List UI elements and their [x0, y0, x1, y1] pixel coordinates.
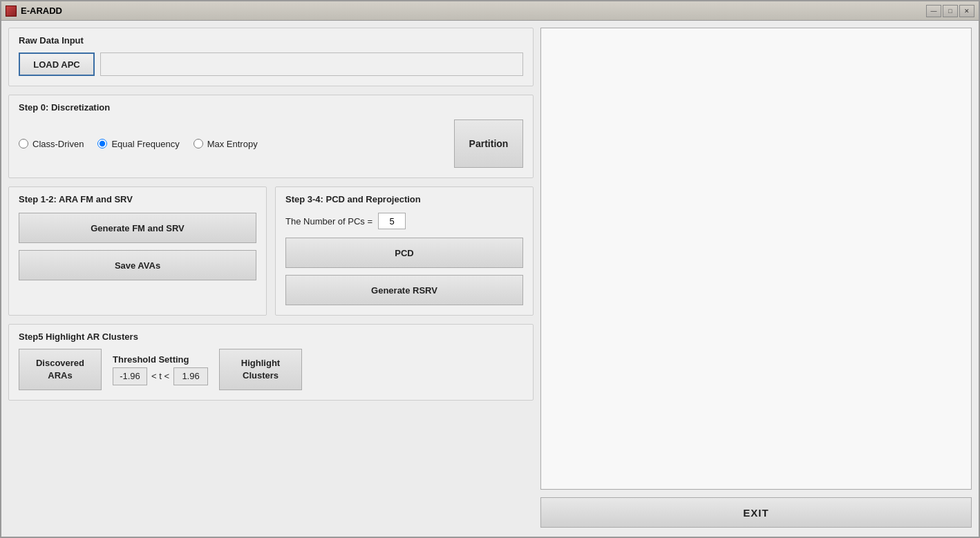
- highlight-btn-line1: Highlight: [241, 358, 280, 368]
- radio-class-driven-input[interactable]: [19, 139, 28, 148]
- threshold-group: Threshold Setting < t <: [113, 354, 208, 385]
- threshold-row: < t <: [113, 367, 208, 385]
- restore-button[interactable]: □: [943, 5, 958, 17]
- raw-data-section: Raw Data Input LOAD APC: [8, 28, 534, 86]
- highlight-clusters-button[interactable]: Highlight Clusters: [219, 349, 302, 390]
- radio-equal-frequency-input[interactable]: [97, 139, 107, 148]
- steps-row: Step 1-2: ARA FM and SRV Generate FM and…: [8, 186, 534, 316]
- radio-class-driven-label: Class-Driven: [32, 139, 84, 149]
- file-path-input[interactable]: [100, 52, 523, 76]
- save-avas-button[interactable]: Save AVAs: [19, 250, 256, 280]
- exit-btn-container: EXIT: [540, 495, 972, 530]
- pcd-button[interactable]: PCD: [285, 238, 523, 268]
- threshold-title: Threshold Setting: [113, 354, 189, 365]
- pcs-input[interactable]: [378, 213, 406, 229]
- radio-equal-frequency-label: Equal Frequency: [111, 139, 179, 149]
- minimize-button[interactable]: —: [926, 5, 941, 17]
- close-button[interactable]: ✕: [959, 5, 974, 17]
- display-area: [540, 28, 972, 490]
- raw-data-title: Raw Data Input: [19, 35, 523, 46]
- partition-button[interactable]: Partition: [454, 119, 523, 168]
- discovered-btn-line1: Discovered: [36, 358, 84, 368]
- generate-fm-srv-button[interactable]: Generate FM and SRV: [19, 213, 256, 243]
- radio-max-entropy-input[interactable]: [194, 139, 203, 148]
- step5-content: Discovered ARAs Threshold Setting < t < …: [19, 349, 523, 390]
- window-content: Raw Data Input LOAD APC Step 0: Discreti…: [1, 21, 979, 537]
- title-controls: — □ ✕: [926, 5, 974, 17]
- exit-button[interactable]: EXIT: [540, 497, 972, 528]
- radio-max-entropy[interactable]: Max Entropy: [194, 139, 258, 149]
- raw-data-row: LOAD APC: [19, 52, 523, 76]
- threshold-high-input[interactable]: [173, 367, 208, 385]
- step5-title: Step5 Highlight AR Clusters: [19, 332, 523, 342]
- step34-title: Step 3-4: PCD and Reprojection: [285, 194, 523, 204]
- load-apc-button[interactable]: LOAD APC: [19, 52, 95, 76]
- title-bar: E-ARADD — □ ✕: [1, 1, 979, 21]
- title-bar-left: E-ARADD: [6, 6, 62, 17]
- main-window: E-ARADD — □ ✕ Raw Data Input LOAD APC St…: [0, 0, 980, 538]
- radio-group: Class-Driven Equal Frequency Max Entropy: [19, 139, 440, 149]
- highlight-btn-line2: Clusters: [243, 370, 279, 381]
- threshold-op: < t <: [151, 371, 169, 381]
- step5-section: Step5 Highlight AR Clusters Discovered A…: [8, 324, 534, 401]
- radio-equal-frequency[interactable]: Equal Frequency: [97, 139, 179, 149]
- step34-section: Step 3-4: PCD and Reprojection The Numbe…: [275, 186, 534, 316]
- pcs-row: The Number of PCs =: [285, 213, 523, 229]
- threshold-low-input[interactable]: [113, 367, 147, 385]
- app-icon: [6, 6, 17, 17]
- radio-max-entropy-label: Max Entropy: [207, 139, 258, 149]
- step12-section: Step 1-2: ARA FM and SRV Generate FM and…: [8, 186, 267, 316]
- discretization-title: Step 0: Discretization: [19, 102, 523, 113]
- left-panel: Raw Data Input LOAD APC Step 0: Discreti…: [8, 28, 534, 530]
- right-panel: EXIT: [540, 28, 972, 530]
- discretization-row: Class-Driven Equal Frequency Max Entropy…: [19, 119, 523, 168]
- step12-title: Step 1-2: ARA FM and SRV: [19, 194, 256, 204]
- discretization-section: Step 0: Discretization Class-Driven Equa…: [8, 95, 534, 178]
- discovered-aras-button[interactable]: Discovered ARAs: [19, 349, 102, 390]
- window-title: E-ARADD: [21, 6, 62, 16]
- radio-class-driven[interactable]: Class-Driven: [19, 139, 84, 149]
- discovered-btn-line2: ARAs: [48, 370, 72, 381]
- generate-rsrv-button[interactable]: Generate RSRV: [285, 275, 523, 305]
- pcs-label: The Number of PCs =: [285, 216, 373, 227]
